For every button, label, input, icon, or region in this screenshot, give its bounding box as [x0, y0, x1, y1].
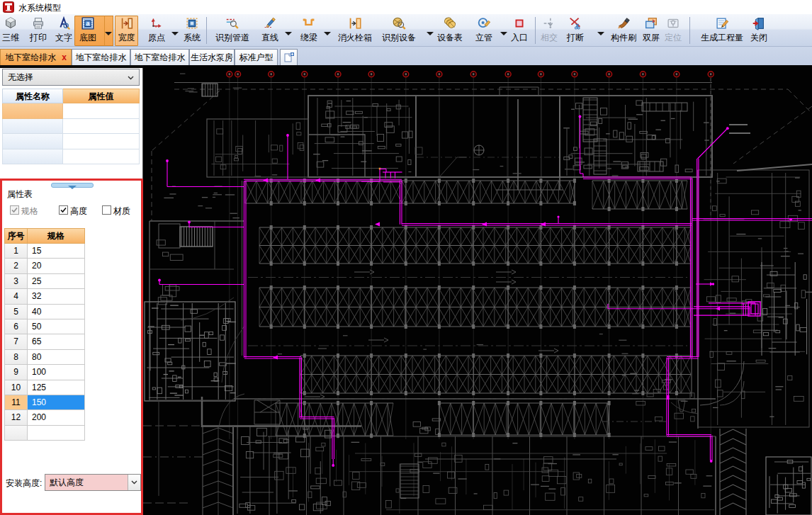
svg-text:a: a — [86, 20, 90, 27]
